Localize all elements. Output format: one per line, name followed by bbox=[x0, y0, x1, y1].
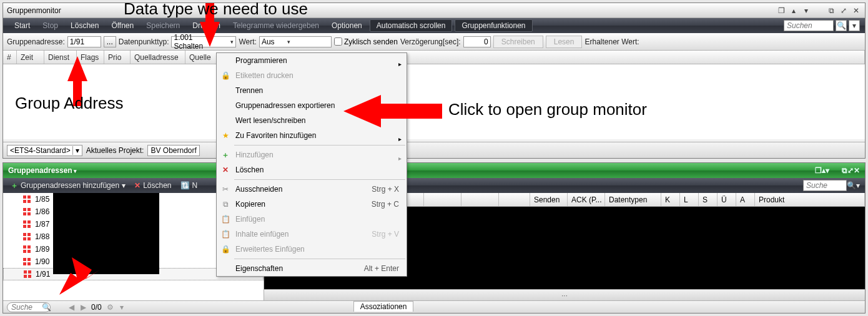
filter-icon[interactable]: ▾ bbox=[849, 20, 860, 31]
ctx-programmieren[interactable]: Programmieren bbox=[217, 53, 407, 68]
cyclic-checkbox[interactable]: Zyklisch senden bbox=[334, 37, 398, 46]
bottom-search-input[interactable] bbox=[803, 180, 847, 191]
ctx-paste-contents[interactable]: 📋Inhalte einfügenStrg + V bbox=[217, 227, 407, 242]
menu-open[interactable]: Öffnen bbox=[105, 18, 140, 33]
proj-combo[interactable]: BV Oberndorf bbox=[147, 145, 199, 156]
col-hash[interactable]: # bbox=[3, 51, 17, 64]
ctx-etiketten[interactable]: 🔒Etiketten drucken bbox=[217, 68, 407, 83]
close-icon[interactable]: ✕ bbox=[851, 6, 861, 16]
address-icon bbox=[24, 270, 32, 278]
view-combo[interactable]: <ETS4-Standard>▾ bbox=[7, 145, 82, 156]
gcol-produkt[interactable]: Produkt bbox=[755, 193, 865, 206]
ctx-export[interactable]: Gruppenadressen exportieren bbox=[217, 98, 407, 113]
bottom-close-icon[interactable]: ✕ bbox=[854, 166, 860, 175]
col-prio[interactable]: Prio bbox=[104, 51, 131, 64]
address-icon bbox=[23, 195, 32, 203]
popout-icon[interactable]: ⧉ bbox=[826, 6, 836, 16]
col-flags[interactable]: Flags bbox=[77, 51, 104, 64]
ctx-cut[interactable]: ✂AusschneidenStrg + X bbox=[217, 182, 407, 197]
menu-start[interactable]: Start bbox=[8, 18, 36, 33]
bottom-filter-icon[interactable]: ▾ bbox=[856, 181, 860, 190]
bottom-popout-icon[interactable]: ⧉ bbox=[842, 166, 847, 175]
gcol[interactable] bbox=[461, 193, 499, 206]
tree-count: 0/0 bbox=[91, 303, 102, 312]
up-icon[interactable]: ▴ bbox=[789, 6, 799, 16]
value-combo[interactable]: Aus bbox=[259, 36, 332, 47]
gcol-senden[interactable]: Senden bbox=[530, 193, 568, 206]
ctx-trennen[interactable]: Trennen bbox=[217, 83, 407, 98]
menu-autoscroll[interactable]: Automatisch scrollen bbox=[370, 19, 453, 32]
nav-prev-icon[interactable]: ◀ bbox=[67, 303, 76, 312]
telegram-table-header: # Zeit Dienst Flags Prio Quelladresse Qu… bbox=[3, 51, 865, 64]
bottom-down-icon[interactable]: ▾ bbox=[826, 166, 829, 175]
arrow-tree bbox=[59, 245, 103, 297]
grpaddr-input[interactable] bbox=[67, 36, 101, 47]
recv-label: Erhaltener Wert: bbox=[584, 37, 639, 46]
col-dienst[interactable]: Dienst bbox=[44, 51, 77, 64]
lock-icon: 🔒 bbox=[220, 244, 230, 254]
menu-groupfns[interactable]: Gruppenfunktionen bbox=[455, 19, 532, 32]
ctx-copy[interactable]: ⧉KopierenStrg + C bbox=[217, 197, 407, 212]
bottom-maximize-icon[interactable]: ⤢ bbox=[847, 166, 854, 175]
ctx-paste[interactable]: 📋Einfügen bbox=[217, 212, 407, 227]
menu-save[interactable]: Speichern bbox=[140, 18, 186, 33]
ctx-paste-extended[interactable]: 🔒Erweitertes Einfügen bbox=[217, 242, 407, 257]
new-button[interactable]: 🔃 N bbox=[178, 181, 200, 190]
gcol-l[interactable]: L bbox=[680, 193, 699, 206]
gcol-datentypen[interactable]: Datentypen bbox=[605, 193, 661, 206]
bottom-title[interactable]: Gruppenadressen bbox=[8, 166, 77, 175]
top-pane: Gruppenmonitor ❐ ▴ ▾ ⧉ ⤢ ✕ Start Stop Lö… bbox=[2, 2, 866, 159]
ctx-loeschen[interactable]: ✕Löschen bbox=[217, 162, 407, 177]
menu-print[interactable]: Drucken bbox=[186, 18, 227, 33]
col-zeit[interactable]: Zeit bbox=[17, 51, 44, 64]
maximize-icon[interactable]: ⤢ bbox=[839, 6, 849, 16]
menu-clear[interactable]: Löschen bbox=[64, 18, 105, 33]
delay-input[interactable] bbox=[463, 36, 491, 47]
grpaddr-browse-button[interactable]: ... bbox=[104, 36, 116, 47]
star-icon: ★ bbox=[220, 131, 230, 141]
ctx-wert[interactable]: Wert lesen/schreiben bbox=[217, 113, 407, 128]
write-button[interactable]: Schreiben bbox=[493, 36, 543, 48]
nav-next-icon[interactable]: ▶ bbox=[79, 303, 87, 312]
col-quelladresse[interactable]: Quelladresse bbox=[131, 51, 185, 64]
clipboard-icon: 📋 bbox=[220, 214, 230, 224]
ctx-hinzufuegen[interactable]: ＋Hinzufügen bbox=[217, 147, 407, 162]
read-button[interactable]: Lesen bbox=[546, 36, 583, 48]
telegram-table-body bbox=[3, 64, 865, 139]
hscrollbar[interactable]: ··· bbox=[264, 289, 865, 300]
menu-stop[interactable]: Stop bbox=[36, 18, 64, 33]
gcol[interactable] bbox=[424, 193, 461, 206]
proj-label: Aktuelles Projekt: bbox=[86, 146, 144, 155]
gcol-s[interactable]: S bbox=[699, 193, 718, 206]
top-statusbar: <ETS4-Standard>▾ Aktuelles Projekt: BV O… bbox=[3, 142, 865, 158]
gcol-a[interactable]: A bbox=[736, 193, 755, 206]
top-titlebar: Gruppenmonitor ❐ ▴ ▾ ⧉ ⤢ ✕ bbox=[3, 3, 865, 18]
ctx-favoriten[interactable]: ★Zu Favoriten hinzufügen bbox=[217, 128, 407, 143]
dpt-label: Datenpunkttyp: bbox=[119, 37, 169, 46]
bottom-search-icon[interactable]: 🔍 bbox=[847, 181, 856, 190]
bottom-toolbar: ＋Gruppenadressen hinzufügen ▾ ✕Löschen 🔃… bbox=[3, 178, 865, 193]
menu-options[interactable]: Optionen bbox=[325, 18, 368, 33]
gcol-ue[interactable]: Ü bbox=[718, 193, 736, 206]
restore-icon[interactable]: ❐ bbox=[776, 6, 786, 16]
dpt-combo[interactable]: 1.001 Schalten bbox=[171, 36, 236, 47]
down-icon[interactable]: ▾ bbox=[801, 6, 811, 16]
address-icon bbox=[23, 258, 32, 265]
value-label: Wert: bbox=[239, 37, 256, 46]
gcol-k[interactable]: K bbox=[661, 193, 680, 206]
settings-icon[interactable]: ⚙ bbox=[106, 303, 115, 312]
formbar: Gruppenadresse: ... Datenpunkttyp: 1.001… bbox=[3, 33, 865, 51]
add-addresses-button[interactable]: ＋Gruppenadressen hinzufügen ▾ bbox=[8, 180, 128, 191]
tree-search-icon[interactable]: 🔍 bbox=[42, 303, 51, 312]
copy-icon: ⧉ bbox=[220, 199, 230, 209]
top-search-input[interactable] bbox=[784, 20, 834, 31]
search-icon[interactable]: 🔍 bbox=[836, 20, 847, 31]
tab-assoziationen[interactable]: Assoziationen bbox=[353, 301, 414, 312]
gcol-ack[interactable]: ACK (P... bbox=[568, 193, 605, 206]
ctx-props[interactable]: EigenschaftenAlt + Enter bbox=[217, 261, 407, 276]
bottom-restore-icon[interactable]: ❐ bbox=[815, 166, 822, 175]
delete-button[interactable]: ✕Löschen bbox=[132, 181, 174, 190]
top-title: Gruppenmonitor bbox=[7, 6, 61, 15]
gcol[interactable] bbox=[499, 193, 530, 206]
menu-replay[interactable]: Telegramme wiedergeben bbox=[227, 18, 325, 33]
